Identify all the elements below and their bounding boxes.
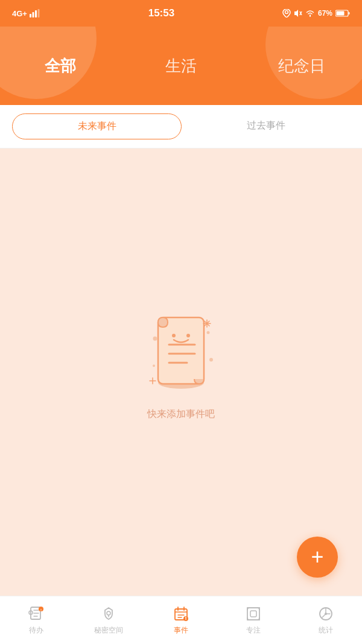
svg-point-18: [207, 331, 210, 334]
svg-rect-46: [250, 611, 256, 617]
empty-state: 快来添加事件吧: [142, 305, 220, 421]
signal-icon: [30, 9, 40, 18]
svg-rect-9: [336, 11, 344, 16]
svg-point-20: [153, 365, 155, 367]
filter-past[interactable]: 过去事件: [182, 113, 350, 139]
events-icon: [173, 605, 189, 622]
todo-icon: !: [28, 605, 45, 622]
svg-point-15: [172, 334, 176, 337]
header-area: 全部 生活 纪念日: [0, 27, 362, 105]
nav-label-events: 事件: [174, 625, 188, 636]
svg-rect-8: [348, 12, 349, 14]
battery-icon: [335, 10, 350, 17]
tab-all[interactable]: 全部: [0, 27, 121, 105]
filter-future[interactable]: 未来事件: [12, 113, 182, 139]
svg-point-48: [325, 613, 327, 615]
todo-svg: !: [28, 605, 45, 622]
svg-text:!: !: [40, 608, 42, 611]
tab-anniversary[interactable]: 纪念日: [241, 27, 362, 105]
svg-point-34: [107, 611, 110, 615]
svg-rect-3: [37, 9, 39, 18]
secret-icon: [100, 605, 117, 622]
status-right: 67%: [282, 9, 350, 18]
status-bar: 4G+ 15:53 67%: [0, 0, 362, 27]
tab-life[interactable]: 生活: [121, 27, 241, 105]
add-event-button[interactable]: +: [297, 537, 338, 578]
nav-label-todo: 待办: [29, 625, 43, 636]
events-svg: [173, 605, 189, 622]
status-left: 4G+: [12, 9, 40, 18]
main-content: 快来添加事件吧 +: [0, 148, 362, 602]
svg-point-17: [153, 337, 157, 341]
secret-svg: [100, 605, 117, 622]
nav-label-stats: 统计: [319, 625, 333, 636]
mute-icon: [294, 9, 302, 18]
nav-item-secret[interactable]: 秘密空间: [72, 605, 145, 636]
svg-rect-0: [30, 14, 31, 18]
focus-svg: [245, 605, 262, 622]
battery-text: 67%: [318, 9, 332, 18]
focus-icon: [245, 605, 262, 622]
empty-state-text: 快来添加事件吧: [147, 408, 215, 421]
category-tabs: 全部 生活 纪念日: [0, 27, 362, 105]
stats-icon: [317, 605, 334, 622]
nav-label-focus: 专注: [246, 625, 261, 636]
svg-point-19: [209, 358, 213, 362]
location-icon: [282, 9, 291, 18]
nav-item-focus[interactable]: 专注: [217, 605, 290, 636]
svg-point-44: [185, 619, 186, 619]
nav-item-stats[interactable]: 统计: [290, 605, 362, 636]
svg-rect-2: [35, 10, 37, 18]
bottom-nav: ! 待办 秘密空间: [0, 596, 362, 644]
svg-point-4: [285, 11, 288, 14]
nav-label-secret: 秘密空间: [94, 625, 123, 636]
filter-bar: 未来事件 过去事件: [0, 105, 362, 148]
stats-svg: [317, 605, 334, 622]
empty-icon: [142, 305, 220, 396]
carrier-text: 4G+: [12, 9, 27, 18]
svg-rect-1: [32, 12, 34, 18]
nav-item-events[interactable]: 事件: [145, 605, 217, 636]
svg-point-16: [186, 334, 190, 337]
wifi-icon: [305, 10, 315, 17]
time-display: 15:53: [148, 7, 174, 19]
nav-item-todo[interactable]: ! 待办: [0, 605, 72, 636]
svg-rect-45: [247, 608, 259, 620]
